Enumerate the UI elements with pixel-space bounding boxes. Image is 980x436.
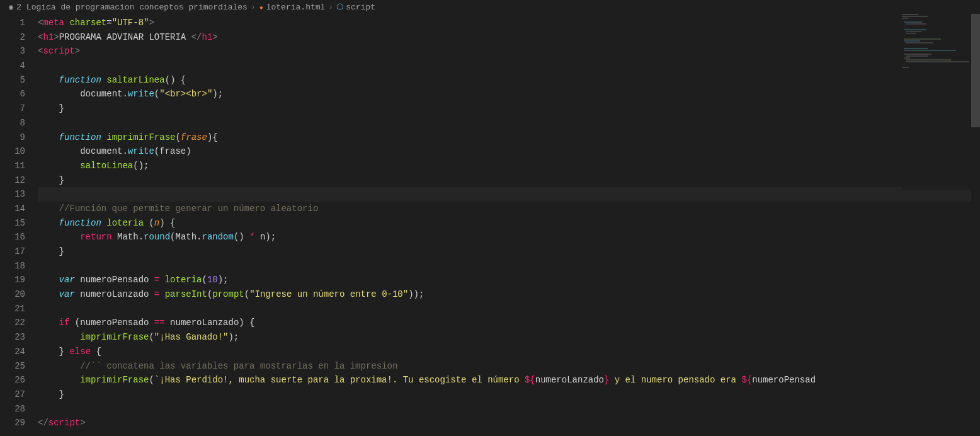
- minimap-line: [902, 63, 971, 64]
- minimap-line: [902, 65, 971, 66]
- minimap-line: [902, 61, 971, 62]
- line-number: 6: [0, 87, 25, 101]
- symbol-icon: ⬡: [336, 2, 343, 12]
- code-line[interactable]: [38, 402, 980, 416]
- breadcrumb-symbol[interactable]: script: [346, 3, 375, 12]
- minimap-line: [902, 57, 971, 59]
- line-number: 9: [0, 130, 25, 145]
- line-number: 2: [0, 30, 25, 45]
- circle-icon: ◉: [9, 3, 13, 12]
- minimap-line: [902, 23, 971, 25]
- line-number: 24: [0, 345, 25, 359]
- code-line[interactable]: if (numeroPensado == numeroLanzado) {: [38, 316, 980, 330]
- line-number: 17: [0, 244, 25, 259]
- line-number: 15: [0, 216, 25, 231]
- minimap[interactable]: [902, 14, 971, 190]
- minimap-line: [902, 48, 971, 49]
- minimap-line: [902, 29, 971, 30]
- code-editor[interactable]: 1234567891011121314151617181920212223242…: [0, 14, 980, 436]
- code-line[interactable]: }: [38, 101, 980, 116]
- minimap-line: [902, 35, 971, 36]
- code-line[interactable]: function saltarLinea() {: [38, 73, 980, 88]
- line-number: 3: [0, 44, 25, 59]
- minimap-line: [902, 59, 971, 60]
- line-number: 14: [0, 202, 25, 216]
- code-line[interactable]: }: [38, 244, 980, 259]
- code-line[interactable]: imprimirFrase(`¡Has Perdido!, mucha suer…: [38, 373, 980, 387]
- line-number: 22: [0, 316, 25, 330]
- html-file-icon: ⬥: [259, 3, 264, 12]
- breadcrumb-file[interactable]: loteria.html: [266, 3, 326, 12]
- breadcrumb[interactable]: ◉ 2 Logica de programacion conceptos pri…: [0, 0, 980, 14]
- minimap-line: [902, 37, 971, 38]
- line-number: 18: [0, 259, 25, 273]
- code-line[interactable]: var numeroPensado = loteria(10);: [38, 273, 980, 287]
- code-line[interactable]: //Función que permite generar un número …: [38, 202, 980, 216]
- minimap-line: [902, 67, 971, 68]
- line-number: 19: [0, 273, 25, 287]
- code-line[interactable]: }: [38, 173, 980, 188]
- vertical-scrollbar[interactable]: [971, 14, 980, 436]
- line-number: 26: [0, 373, 25, 387]
- minimap-line: [902, 38, 971, 40]
- code-line[interactable]: [38, 59, 980, 73]
- code-line[interactable]: function loteria (n) {: [38, 216, 980, 231]
- breadcrumb-folder[interactable]: 2 Logica de programacion conceptos primo…: [16, 3, 248, 12]
- code-line[interactable]: }: [38, 387, 980, 402]
- line-number: 11: [0, 159, 25, 173]
- code-line[interactable]: var numeroLanzado = parseInt(prompt("Ing…: [38, 287, 980, 302]
- minimap-line: [902, 16, 971, 17]
- code-line[interactable]: [38, 302, 980, 316]
- minimap-line: [902, 50, 971, 51]
- minimap-line: [902, 44, 971, 45]
- chevron-right-icon: ›: [328, 3, 333, 12]
- code-line[interactable]: [38, 187, 980, 202]
- minimap-line: [902, 54, 971, 55]
- minimap-line: [902, 20, 971, 21]
- line-number: 23: [0, 330, 25, 345]
- line-number: 21: [0, 302, 25, 316]
- line-number-gutter: 1234567891011121314151617181920212223242…: [0, 14, 38, 436]
- minimap-line: [902, 52, 971, 53]
- line-number: 4: [0, 59, 25, 73]
- minimap-line: [902, 27, 971, 28]
- code-line[interactable]: saltoLinea();: [38, 159, 980, 173]
- line-number: 8: [0, 116, 25, 130]
- code-line[interactable]: } else {: [38, 345, 980, 359]
- line-number: 16: [0, 230, 25, 244]
- line-number: 29: [0, 416, 25, 430]
- code-line[interactable]: <script>: [38, 44, 980, 59]
- line-number: 10: [0, 144, 25, 159]
- line-number: 12: [0, 173, 25, 188]
- code-line[interactable]: imprimirFrase("¡Has Ganado!");: [38, 330, 980, 345]
- minimap-line: [902, 40, 971, 42]
- line-number: 25: [0, 359, 25, 374]
- minimap-line: [902, 25, 971, 26]
- line-number: 7: [0, 101, 25, 116]
- minimap-line: [902, 21, 971, 23]
- code-line[interactable]: //`` concatena las variables para mostra…: [38, 359, 980, 374]
- code-content[interactable]: <meta charset="UTF-8"><h1>PROGRAMA ADVIN…: [38, 14, 980, 436]
- minimap-line: [902, 14, 971, 15]
- minimap-line: [902, 46, 971, 47]
- minimap-line: [902, 55, 971, 57]
- chevron-right-icon: ›: [251, 3, 256, 12]
- code-line[interactable]: <meta charset="UTF-8">: [38, 16, 980, 30]
- line-number: 20: [0, 287, 25, 302]
- code-line[interactable]: <h1>PROGRAMA ADVINAR LOTERIA </h1>: [38, 30, 980, 45]
- scrollbar-thumb[interactable]: [971, 14, 980, 127]
- code-line[interactable]: document.write("<br><br>");: [38, 87, 980, 101]
- minimap-line: [902, 42, 971, 43]
- code-line[interactable]: [38, 116, 980, 130]
- line-number: 27: [0, 387, 25, 402]
- line-number: 1: [0, 16, 25, 30]
- minimap-line: [902, 33, 971, 34]
- line-number: 13: [0, 187, 25, 202]
- code-line[interactable]: return Math.round(Math.random() * n);: [38, 230, 980, 244]
- code-line[interactable]: function imprimirFrase(frase){: [38, 130, 980, 145]
- code-line[interactable]: document.write(frase): [38, 144, 980, 159]
- line-number: 28: [0, 402, 25, 416]
- code-line[interactable]: </script>: [38, 416, 980, 430]
- code-line[interactable]: [38, 259, 980, 273]
- minimap-line: [902, 18, 971, 19]
